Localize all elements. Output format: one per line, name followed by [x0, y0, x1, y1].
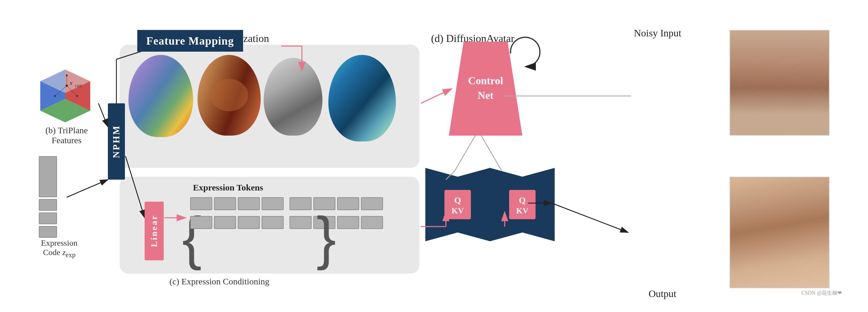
token-cell [361, 197, 383, 210]
token-cell [337, 197, 359, 210]
token-cell [289, 197, 312, 210]
token-cell [238, 197, 260, 210]
nphm-label: NPHM [111, 125, 122, 158]
token-row-4 [289, 216, 383, 229]
qkv-right-container: Q KV [490, 168, 555, 241]
svg-text:Net: Net [478, 90, 494, 101]
watermark: CSDN @花生糊❤ [801, 289, 842, 297]
svg-marker-35 [449, 42, 522, 136]
output-photo [730, 177, 830, 288]
token-cell [238, 216, 260, 229]
token-cell [361, 216, 383, 229]
svg-text:KV: KV [516, 206, 528, 215]
linear-box: Linear [145, 202, 164, 261]
token-row-2 [289, 197, 383, 210]
token-cell [289, 216, 312, 229]
expression-code-label: Expression Code zexp [30, 238, 89, 259]
noisy-input-photo [730, 30, 830, 136]
expression-token-grid [190, 197, 383, 229]
diagram-area: Feature Mapping (a) Rasterization (d) Di… [23, 12, 846, 300]
qkv-left-container: Q KV [425, 168, 490, 241]
feature-mapping-label: Feature Mapping [146, 35, 234, 47]
svg-text:Control: Control [468, 75, 503, 86]
svg-text:Q: Q [519, 195, 526, 205]
token-cell [190, 197, 212, 210]
curly-brace-right: } [317, 197, 336, 279]
expression-conditioning-label: (c) Expression Conditioning [169, 276, 270, 286]
svg-line-8 [67, 180, 108, 197]
nphm-box: NPHM [108, 103, 125, 180]
svg-line-15 [455, 136, 475, 171]
stack-cell [39, 156, 57, 197]
svg-point-34 [66, 75, 68, 76]
svg-text:KV: KV [452, 206, 464, 215]
triplane-label: (b) TriPlane Features [29, 125, 105, 145]
token-cell [214, 197, 236, 210]
stack-cell-4 [39, 226, 57, 238]
noisy-input-label: Noisy Input [634, 28, 682, 39]
feature-mapping-box: Feature Mapping [137, 30, 243, 51]
expression-tokens-label: Expression Tokens [193, 182, 264, 193]
linear-label: Linear [149, 214, 159, 247]
svg-line-21 [552, 203, 628, 233]
triplane-cube: x can [31, 58, 99, 123]
expression-code-stack [39, 156, 57, 238]
token-row-3 [190, 216, 284, 229]
token-cell [261, 197, 284, 210]
token-cell [190, 216, 212, 229]
svg-line-17 [481, 136, 502, 171]
main-container: Feature Mapping (a) Rasterization (d) Di… [0, 0, 868, 312]
stack-cell-3 [39, 212, 57, 224]
svg-point-32 [54, 95, 56, 97]
output-label: Output [649, 288, 676, 300]
svg-text:can: can [75, 83, 82, 88]
svg-text:x: x [69, 79, 72, 86]
token-row-1 [190, 197, 284, 210]
stack-row-1 [39, 156, 57, 197]
token-cell [214, 216, 236, 229]
token-cell [337, 216, 359, 229]
svg-text:Q: Q [454, 195, 461, 205]
stack-cell-2 [39, 199, 57, 211]
token-cell [261, 216, 284, 229]
svg-line-11 [421, 89, 452, 103]
svg-line-3 [98, 103, 108, 127]
control-net-svg: Control Net [449, 42, 522, 136]
svg-point-33 [76, 95, 78, 97]
